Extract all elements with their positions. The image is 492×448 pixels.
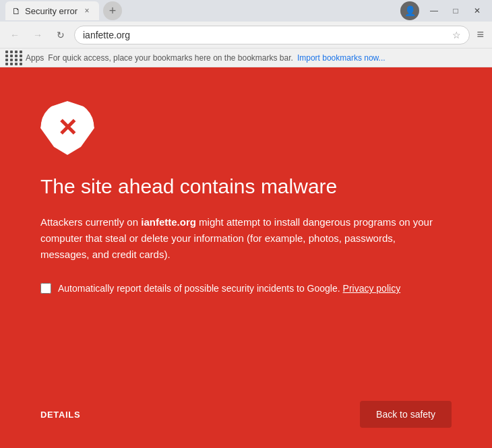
title-bar: 🗋 Security error × + 👤 — □ ✕ <box>0 0 492 22</box>
tab-icon: 🗋 <box>12 6 21 16</box>
report-label: Automatically report details of possible… <box>58 283 400 294</box>
star-icon[interactable]: ☆ <box>452 30 461 40</box>
forward-button[interactable]: → <box>28 26 47 44</box>
import-bookmarks-link[interactable]: Import bookmarks now... <box>297 53 386 63</box>
address-bar[interactable]: ☆ <box>74 26 470 44</box>
apps-grid-icon <box>5 51 23 65</box>
title-bar-left: 🗋 Security error × + <box>5 1 122 20</box>
back-button[interactable]: ← <box>5 26 24 44</box>
menu-icon[interactable]: ≡ <box>474 25 487 44</box>
shield-icon: ✕ <box>40 101 94 155</box>
url-input[interactable] <box>83 30 448 40</box>
error-page: ✕ The site ahead contains malware Attack… <box>0 67 492 448</box>
tab-label: Security error <box>25 6 78 16</box>
close-tab-button[interactable]: × <box>82 5 92 16</box>
apps-label: Apps <box>26 53 44 63</box>
new-tab-button[interactable]: + <box>103 1 122 20</box>
maximize-button[interactable]: □ <box>446 1 465 20</box>
error-title: The site ahead contains malware <box>40 175 452 198</box>
report-checkbox-row: Automatically report details of possible… <box>40 283 452 294</box>
error-icon: ✕ <box>40 101 94 155</box>
x-mark-icon: ✕ <box>57 116 78 140</box>
details-button[interactable]: DETAILS <box>40 410 80 420</box>
close-window-button[interactable]: ✕ <box>468 1 487 20</box>
apps-button[interactable]: Apps <box>5 51 44 65</box>
bookmarks-hint-text: For quick access, place your bookmarks h… <box>48 53 293 63</box>
bookmarks-bar: Apps For quick access, place your bookma… <box>0 49 492 67</box>
refresh-button[interactable]: ↻ <box>51 26 70 44</box>
back-to-safety-button[interactable]: Back to safety <box>360 401 452 428</box>
address-bar-icons: ☆ <box>452 30 461 40</box>
user-icon[interactable]: 👤 <box>400 1 419 20</box>
navigation-bar: ← → ↻ ☆ ≡ <box>0 22 492 49</box>
active-tab[interactable]: 🗋 Security error × <box>5 1 99 20</box>
action-row: DETAILS Back to safety <box>40 401 452 428</box>
error-description: Attackers currently on ianfette.org migh… <box>40 214 445 263</box>
report-checkbox[interactable] <box>40 283 51 294</box>
minimize-button[interactable]: — <box>425 1 443 20</box>
privacy-policy-link[interactable]: Privacy policy <box>343 283 401 294</box>
description-before: Attackers currently on <box>40 216 141 228</box>
window-controls: — □ ✕ <box>425 1 487 20</box>
site-name: ianfette.org <box>141 216 196 228</box>
